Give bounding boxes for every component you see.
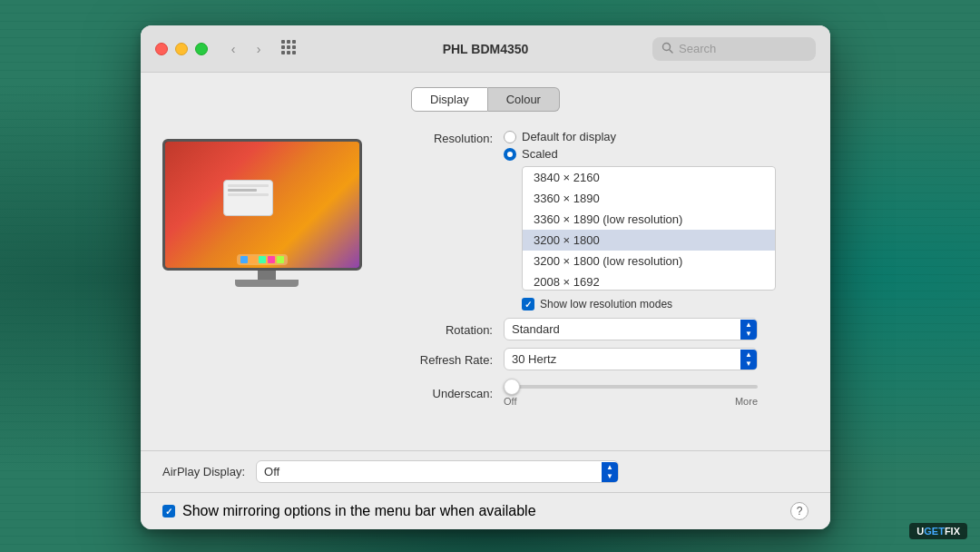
dialog-line-2	[228, 189, 257, 192]
airplay-value: Off	[264, 465, 279, 478]
rotation-label: Rotation:	[393, 321, 493, 337]
dock-icon-1	[240, 256, 248, 263]
close-button[interactable]	[155, 43, 168, 55]
minimize-button[interactable]	[175, 43, 188, 55]
monitor-screen-bg	[165, 142, 359, 268]
dropdown-down-arrow-2: ▼	[745, 360, 752, 368]
traffic-lights	[155, 43, 208, 55]
search-placeholder: Search	[679, 42, 716, 55]
show-low-res-row[interactable]: Show low resolution modes	[522, 298, 776, 310]
svg-rect-7	[287, 51, 290, 54]
svg-rect-2	[292, 40, 296, 44]
mirroring-checkbox[interactable]	[162, 505, 175, 518]
svg-line-10	[670, 50, 672, 53]
dock-icon-5	[277, 256, 284, 263]
monitor-stand-base	[235, 280, 299, 287]
airplay-up-arrow: ▲	[606, 464, 613, 471]
res-item-1[interactable]: 3360 × 1890	[523, 188, 775, 209]
window-title: PHL BDM4350	[443, 42, 529, 56]
dropdown-up-arrow-2: ▲	[745, 351, 752, 359]
dropdown-down-arrow: ▼	[745, 330, 752, 338]
radio-default-circle	[504, 131, 516, 143]
monitor-dock	[237, 254, 288, 265]
underscan-slider-thumb[interactable]	[504, 379, 520, 395]
underscan-slider-container: Off More	[504, 378, 758, 407]
underscan-slider-track[interactable]	[504, 385, 758, 389]
monitor-stand-neck	[258, 271, 276, 280]
dropdown-up-arrow: ▲	[745, 321, 752, 329]
refresh-rate-row: Refresh Rate: 30 Hertz ▲ ▼	[393, 348, 808, 370]
slider-max-label: More	[735, 396, 758, 407]
airplay-section: AirPlay Display: Off ▲ ▼	[141, 450, 830, 492]
dialog-line-3	[228, 193, 269, 196]
rotation-dropdown[interactable]: Standard ▲ ▼	[504, 318, 758, 340]
settings-panel: Resolution: Default for display Scaled	[393, 130, 808, 409]
monitor-screen	[162, 139, 362, 271]
help-button[interactable]: ?	[790, 502, 808, 520]
airplay-label: AirPlay Display:	[162, 465, 245, 478]
svg-rect-1	[287, 40, 290, 44]
radio-default-label: Default for display	[522, 130, 616, 143]
dock-icon-2	[250, 256, 257, 263]
forward-button[interactable]: ›	[248, 38, 270, 60]
resolution-options: Default for display Scaled 3840 × 2160 3…	[504, 130, 776, 310]
grid-icon[interactable]	[280, 39, 297, 59]
refresh-rate-dropdown[interactable]: 30 Hertz ▲ ▼	[504, 348, 758, 370]
tabs: Display Colour	[162, 87, 808, 112]
svg-rect-0	[281, 40, 285, 44]
monitor-preview	[162, 139, 371, 287]
ugetfix-badge: UGETFIX	[909, 523, 967, 539]
search-bar[interactable]: Search	[652, 37, 816, 61]
res-item-2[interactable]: 3360 × 1890 (low resolution)	[523, 209, 775, 230]
rotation-dropdown-arrows: ▲ ▼	[740, 320, 757, 340]
slider-min-label: Off	[504, 396, 516, 407]
display-content: Resolution: Default for display Scaled	[162, 130, 808, 409]
refresh-rate-dropdown-arrows: ▲ ▼	[740, 350, 757, 370]
bottom-bar: Show mirroring options in the menu bar w…	[141, 492, 830, 529]
search-icon	[662, 42, 673, 56]
underscan-label: Underscan:	[393, 385, 493, 400]
show-low-res-checkbox[interactable]	[522, 298, 534, 310]
resolution-row: Resolution: Default for display Scaled	[393, 130, 808, 310]
resolution-label: Resolution:	[393, 130, 493, 145]
badge-get: GET	[924, 526, 945, 537]
show-low-res-label: Show low resolution modes	[540, 298, 672, 310]
airplay-down-arrow: ▼	[606, 473, 613, 480]
svg-rect-5	[292, 45, 296, 49]
maximize-button[interactable]	[195, 43, 208, 55]
res-item-4[interactable]: 3200 × 1800 (low resolution)	[523, 251, 775, 271]
radio-scaled-label: Scaled	[522, 147, 558, 161]
badge-fix: FIX	[945, 526, 960, 537]
res-item-5[interactable]: 2008 × 1692	[523, 271, 775, 290]
svg-rect-6	[281, 51, 285, 54]
res-item-3[interactable]: 3200 × 1800	[523, 230, 775, 251]
dock-icon-4	[268, 256, 275, 263]
rotation-row: Rotation: Standard ▲ ▼	[393, 318, 808, 340]
radio-scaled[interactable]: Scaled	[504, 147, 776, 161]
radio-default[interactable]: Default for display	[504, 130, 776, 143]
svg-rect-3	[281, 45, 285, 49]
nav-arrows: ‹ ›	[222, 38, 270, 60]
svg-rect-4	[287, 45, 290, 49]
airplay-dropdown-arrows: ▲ ▼	[602, 462, 618, 482]
svg-point-9	[663, 43, 671, 50]
radio-scaled-circle	[504, 148, 516, 161]
dock-icon-3	[259, 256, 266, 263]
dialog-line-1	[228, 184, 269, 187]
refresh-rate-label: Refresh Rate:	[393, 351, 493, 367]
slider-labels: Off More	[504, 396, 758, 407]
titlebar: ‹ › PHL BDM4350	[141, 25, 830, 73]
system-preferences-window: ‹ › PHL BDM4350	[141, 25, 830, 529]
svg-rect-8	[292, 51, 296, 54]
tab-display[interactable]: Display	[411, 87, 488, 112]
rotation-value: Standard	[512, 322, 560, 336]
back-button[interactable]: ‹	[222, 38, 244, 60]
underscan-row: Underscan: Off More	[393, 378, 808, 407]
res-item-0[interactable]: 3840 × 2160	[523, 167, 775, 188]
monitor-dialog	[223, 180, 273, 216]
tab-colour[interactable]: Colour	[488, 87, 560, 112]
content-area: Display Colour	[141, 73, 830, 450]
resolution-list[interactable]: 3840 × 2160 3360 × 1890 3360 × 1890 (low…	[522, 166, 776, 291]
airplay-dropdown[interactable]: Off ▲ ▼	[256, 460, 619, 483]
mirroring-label: Show mirroring options in the menu bar w…	[182, 503, 536, 519]
